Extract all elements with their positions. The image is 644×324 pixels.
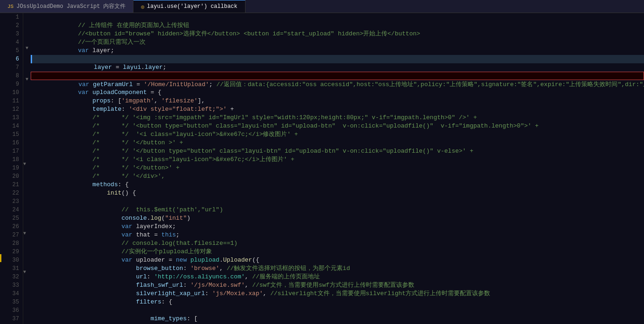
line-num-10: 10 [10,88,19,97]
code-line-26: var that = this; [31,223,644,231]
fold-1 [23,13,31,21]
editor-container: JS JOssUploadDemo JavaScript 内容文件 ◎ layu… [0,0,644,324]
line-num-32: 32 [10,273,19,281]
code-line-10: props: ['imgpath', 'filesize'], [31,88,644,97]
fold-gutter: ▼ ▼ ▼ ▼ [23,13,31,324]
line-num-14: 14 [10,122,19,130]
line-num-24: 24 [10,206,19,214]
code-line-5: layui.use('layer', function () { [31,47,644,55]
code-line-2: //<button id="browse" hidden>选择文件</butto… [31,21,644,30]
code-line-23: // this.$emit('path',"url") [31,197,644,206]
tab-1[interactable]: JS JOssUploadDemo JavaScript 内容文件 [0,0,133,13]
tab-2-icon: ◎ [141,4,144,10]
fold-29[interactable]: ▼ [23,231,31,239]
code-line-33: silverlight_xap_url: 'js/Moxie.xap', //s… [31,281,644,290]
line-num-18: 18 [10,155,19,164]
line-num-15: 15 [10,130,19,139]
line-num-1: 1 [10,13,19,21]
code-line-29: var uploader = new plupload.Uploader({ [31,248,644,256]
line-num-13: 13 [10,114,19,122]
code-line-6: layer = layui.layer; [31,55,644,63]
code-line-4: var layer; [31,38,644,47]
line-num-25: 25 [10,214,19,223]
left-gutter [0,13,7,324]
code-area: 1 2 3 4 5 6 7 8 9 10 11 12 13 14 15 16 1… [0,13,644,324]
code-line-12: /* */ '<img :src="imgpath" id="ImgUrl" s… [31,105,644,114]
line-num-28: 28 [10,239,19,248]
code-line-31: url: 'http://oss.aliyuncs.com', //服务端的上传… [31,264,644,273]
line-num-17: 17 [10,147,19,155]
code-line-30: browse_button: 'browse', //触发文件选择对话框的按钮，… [31,256,644,264]
line-num-7: 7 [10,63,19,72]
line-num-30: 30 [10,256,19,264]
fold-5[interactable]: ▼ [23,44,31,53]
line-num-2: 2 [10,21,19,30]
code-line-17: /* */ '<i class="layui-icon">&#xe67c;</i… [31,147,644,155]
code-line-13: /* */ '<button type="button" class="layu… [31,114,644,122]
line-numbers: 1 2 3 4 5 6 7 8 9 10 11 12 13 14 15 16 1… [7,13,23,324]
code-line-3: //一个页面只需写入一次 [31,30,644,38]
code-line-27: // console.log(that.filesize==1) [31,231,644,239]
line-num-31: 31 [10,264,19,273]
code-line-28: //实例化一个plupload上传对象 [31,239,644,248]
code-line-19: /* */ '</div>', [31,164,644,172]
fold-20[interactable]: ▼ [23,162,31,169]
fold-6 [23,53,31,61]
tab-2-label: layui.use('layer') callback [147,3,237,10]
line-num-33: 33 [10,281,19,290]
tab-bar: JS JOssUploadDemo JavaScript 内容文件 ◎ layu… [0,0,644,13]
code-line-18: /* */ '</button>' + [31,155,644,164]
fold-8 [23,68,31,76]
fold-2 [23,21,31,29]
line-num-21: 21 [10,181,19,189]
line-num-27: 27 [10,231,19,239]
line-num-23: 23 [10,197,19,206]
line-num-3: 3 [10,30,19,38]
fold-4 [23,36,31,44]
line-num-9: 9 [10,80,19,88]
code-line-22 [31,189,644,197]
line-num-26: 26 [10,223,19,231]
line-num-35: 35 [10,298,19,306]
code-line-35 [31,298,644,306]
code-content[interactable]: // 上传组件 在使用的页面加入上传按钮 //<button id="brows… [31,13,644,324]
line-num-22: 22 [10,189,19,197]
line-num-20: 20 [10,172,19,181]
code-line-20: methods: { [31,172,644,181]
code-line-24: console.log("init") [31,206,644,214]
line-num-19: 19 [10,164,19,172]
line-num-5: 5 [10,47,19,55]
code-line-9: var uploadComponent = { [31,80,644,88]
fold-3 [23,28,31,36]
fold-9[interactable]: ▼ [23,75,31,84]
code-line-14: /* */ '<i class="layui-icon">&#xe67c;</i… [31,122,644,130]
code-line-32: flash_swf_url: '/js/Moxie.swf', //swf文件，… [31,273,644,281]
line-num-16: 16 [10,139,19,147]
code-line-8: var getParamUrl = '/Home/InitUpload'; //… [31,72,644,80]
code-line-16: /* */ '</button type="button" class="lay… [31,139,644,147]
code-line-1: // 上传组件 在使用的页面加入上传按钮 [31,13,644,21]
tab-2[interactable]: ◎ layui.use('layer') callback [133,0,245,13]
code-line-37: { [31,315,644,323]
fold-7 [23,60,31,68]
code-line-36: mime_types: [ [31,306,644,315]
line-num-36: 36 [10,306,19,315]
code-line-7: }), [31,63,644,72]
line-num-4: 4 [10,38,19,47]
code-line-34: filters: { [31,290,644,298]
line-num-6: 6 [10,55,19,63]
line-num-29: 29 [10,248,19,256]
line-num-11: 11 [10,97,19,105]
code-line-11: template: '<div style="float:left;">' + [31,97,644,105]
line-num-8: 8 [10,72,19,80]
code-line-15: /* */ '</button >' + [31,130,644,139]
code-line-25: var layerIndex; [31,214,644,223]
tab-1-icon: JS [7,4,13,9]
fold-34[interactable]: ▼ [23,270,31,277]
tab-1-label: JOssUploadDemo JavaScript 内容文件 [16,2,126,10]
line-num-37: 37 [10,315,19,323]
line-num-12: 12 [10,105,19,114]
code-line-21: init() { [31,181,644,189]
line-num-34: 34 [10,290,19,298]
